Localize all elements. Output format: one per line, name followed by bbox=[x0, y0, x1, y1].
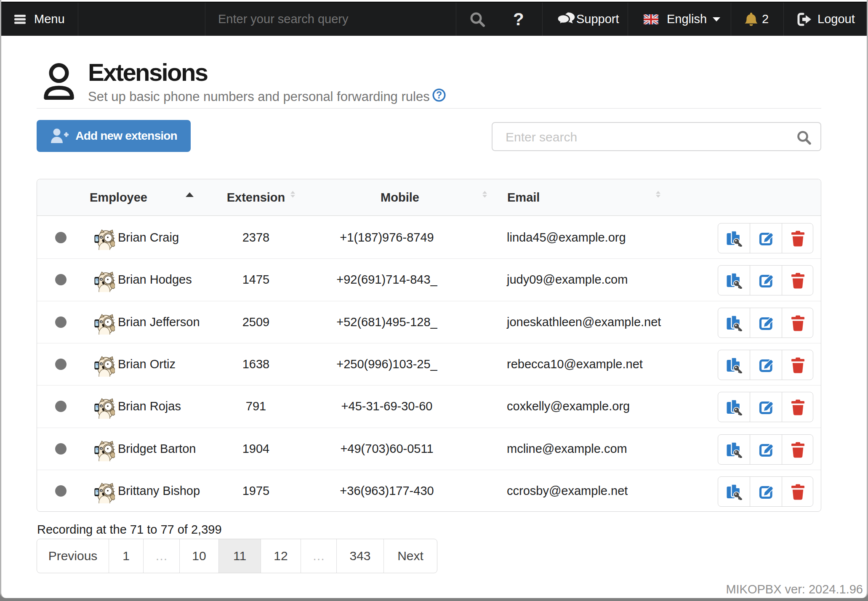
svg-text:?: ? bbox=[436, 90, 442, 101]
